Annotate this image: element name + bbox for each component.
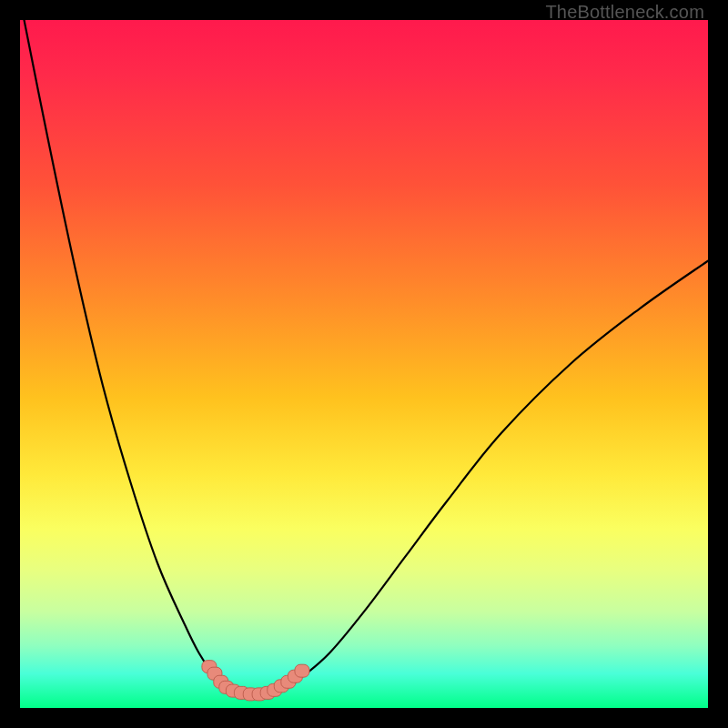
- bottleneck-curve: [20, 20, 708, 694]
- plot-area: [20, 20, 708, 708]
- marker-point: [295, 664, 309, 677]
- highlight-markers: [202, 661, 309, 701]
- curve-svg: [20, 20, 708, 708]
- watermark-text: TheBottleneck.com: [545, 2, 704, 23]
- chart-frame: TheBottleneck.com: [0, 0, 728, 728]
